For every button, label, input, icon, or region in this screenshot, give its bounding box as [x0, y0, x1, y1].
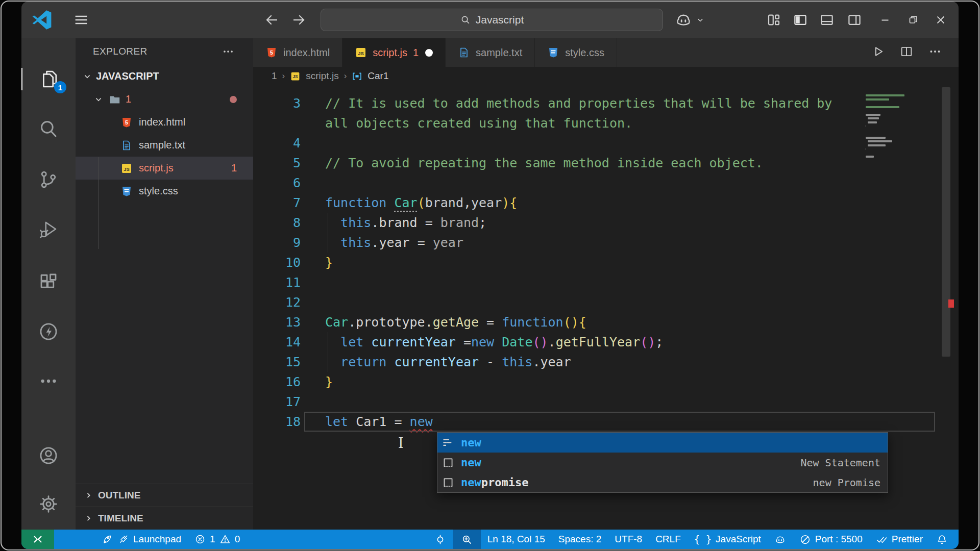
status-eol[interactable]: CRLF [649, 530, 688, 549]
status-notifications[interactable] [929, 530, 954, 549]
toggle-panel-button[interactable] [819, 2, 835, 38]
code-line-11[interactable]: 11 [253, 272, 959, 292]
split-editor-icon[interactable] [899, 44, 914, 59]
tab-index.html[interactable]: 5 index.html [253, 38, 342, 67]
forward-button[interactable] [291, 2, 306, 38]
code-line-5[interactable]: 5 // To avoid repeating the same method … [253, 153, 959, 173]
suggest-detail: New Statement [800, 457, 880, 469]
modified-dot[interactable] [425, 49, 433, 57]
activity-extensions-button[interactable] [21, 263, 76, 300]
scrollbar[interactable] [942, 87, 950, 357]
minimap[interactable] [866, 94, 917, 160]
code-line-4[interactable]: 4 [253, 133, 959, 153]
count: 1 [210, 534, 215, 545]
tab-style.css[interactable]: style.css [535, 38, 617, 67]
code-line-17[interactable]: 17 [253, 392, 959, 412]
suggest-item-newpromise[interactable]: newpromise new Promise [437, 472, 888, 492]
remote-indicator[interactable] [21, 530, 54, 549]
toggle-secondary-sidebar-button[interactable] [847, 2, 862, 38]
minimize-button[interactable] [875, 2, 895, 38]
activity-run-and-debug-button[interactable] [21, 211, 76, 247]
status-cursor-position[interactable]: Ln 18, Col 15 [481, 530, 552, 549]
more-actions-button[interactable] [928, 44, 942, 61]
forward-icon[interactable] [291, 12, 306, 28]
status-zoom[interactable] [453, 530, 481, 549]
file-row-index.html[interactable]: 5 index.html [76, 111, 253, 134]
chevron-right-icon [84, 490, 94, 500]
explorer-more-actions-button[interactable] [222, 45, 235, 58]
vscode-logo-slot [32, 2, 52, 38]
command-center-search[interactable]: Javascript [321, 9, 663, 31]
code-line-10[interactable]: 10 } [253, 253, 959, 272]
activity-account-button[interactable] [21, 437, 76, 474]
activity-more-views-button[interactable] [21, 363, 76, 399]
ellipsis-icon [38, 370, 59, 392]
suggest-item-new[interactable]: new New Statement [437, 453, 888, 472]
outline-label: OUTLINE [98, 490, 140, 501]
status-prettier[interactable]: Prettier [869, 530, 929, 549]
zoom-in-icon [461, 534, 473, 545]
code-line-6[interactable]: 6 [253, 173, 959, 193]
layout-panel-icon [819, 12, 835, 28]
code-line-18[interactable]: 18 let Car1 = new [253, 412, 959, 432]
code-line-13[interactable]: 13 Car.prototype.getAge = function(){ [253, 312, 959, 332]
suggest-widget: new new New Statement newpromise new Pro… [437, 432, 888, 493]
status-encoding[interactable]: UTF-8 [608, 530, 649, 549]
breadcrumb-item[interactable]: 1 [272, 70, 277, 82]
status-launchpad[interactable]: Launchpad [95, 530, 188, 549]
code-line-14[interactable]: 14 let currentYear =new Date().getFullYe… [253, 332, 959, 352]
status-language[interactable]: { }JavaScript [688, 530, 768, 549]
minimap-line [868, 121, 877, 123]
status-problems[interactable]: 10 [188, 530, 247, 549]
activity-source-control-button[interactable] [21, 161, 76, 198]
back-button[interactable] [264, 2, 280, 38]
file-row-sample.txt[interactable]: sample.txt [76, 134, 253, 157]
more-icon[interactable] [928, 44, 942, 59]
run-button[interactable] [871, 44, 885, 61]
minimap-line [866, 98, 889, 101]
double-check-icon [876, 534, 888, 545]
code-line-12[interactable]: 12 [253, 292, 959, 312]
restore-button[interactable] [903, 2, 923, 38]
status-screencast[interactable] [428, 530, 453, 549]
menu-slot[interactable] [72, 2, 90, 38]
menu-icon[interactable] [72, 11, 90, 29]
breadcrumb[interactable]: 1 › JS script.js › Car1 [253, 67, 959, 85]
breadcrumb-item[interactable]: script.js [306, 70, 338, 82]
status-port[interactable]: Port : 5500 [793, 530, 869, 549]
code-line-3[interactable]: 3 // It is used to add methods and prope… [253, 93, 959, 113]
activity-explorer-button[interactable]: 1 [21, 61, 76, 97]
activity-live-server-button[interactable] [21, 313, 76, 350]
code-line-15[interactable]: 15 return currentYear - this.year [253, 352, 959, 372]
toggle-primary-sidebar-button[interactable] [793, 2, 808, 38]
back-icon[interactable] [264, 12, 280, 28]
file-row-script.js[interactable]: JS script.js 1 [76, 157, 253, 180]
suggest-item-new[interactable]: new [437, 433, 888, 453]
line-number: 6 [253, 173, 301, 193]
customize-layout-button[interactable] [766, 2, 781, 38]
code-line-16[interactable]: 16 } [253, 372, 959, 392]
status-copilot[interactable] [768, 530, 793, 549]
code-line-wrap[interactable]: all objects created using that function. [253, 113, 959, 133]
minimap-line [866, 156, 874, 158]
tab-script.js[interactable]: JS script.js 1 [342, 38, 446, 67]
code-line-9[interactable]: 9 this.year = year [253, 233, 959, 253]
code-line-7[interactable]: 7 function Car(brand,year){ [253, 193, 959, 213]
split-editor-button[interactable] [899, 44, 914, 61]
folder-row-1[interactable]: 1 [76, 88, 253, 111]
status-indentation[interactable]: Spaces: 2 [552, 530, 608, 549]
breadcrumb-item[interactable]: Car1 [368, 70, 388, 82]
activity-search-button[interactable] [21, 110, 76, 147]
outline-section[interactable]: OUTLINE [76, 484, 253, 507]
debug-icon [38, 218, 59, 240]
tab-sample.txt[interactable]: sample.txt [446, 38, 535, 67]
timeline-section[interactable]: TIMELINE [76, 507, 253, 530]
close-button[interactable] [930, 2, 951, 38]
code-line-8[interactable]: 8 this.brand = brand; [253, 213, 959, 233]
workspace-root[interactable]: JAVASCRIPT [76, 65, 253, 88]
file-row-style.css[interactable]: style.css [76, 180, 253, 203]
activity-settings-button[interactable] [21, 486, 76, 522]
copilot-button[interactable] [675, 2, 705, 38]
minimap-line [866, 102, 917, 104]
run-icon[interactable] [871, 44, 885, 59]
